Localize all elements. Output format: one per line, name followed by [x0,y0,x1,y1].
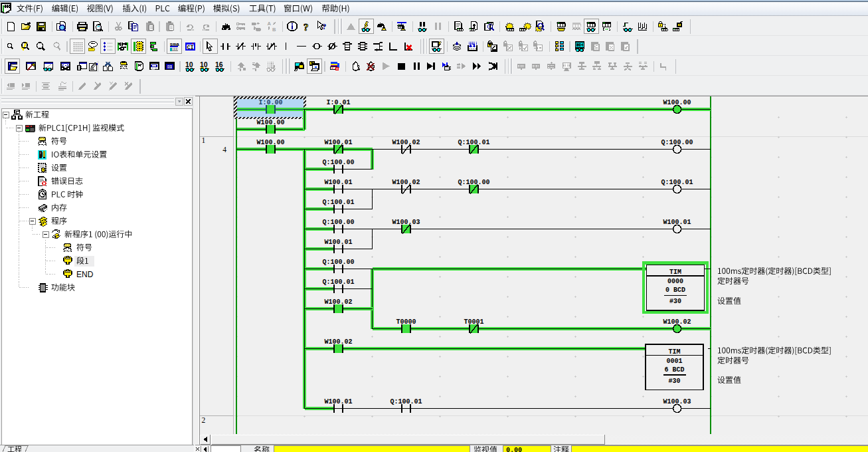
svg-text:#30: #30 [668,378,680,385]
svg-text:W100.03: W100.03 [392,219,420,226]
svg-text:0000: 0000 [667,278,683,285]
svg-text:0.00: 0.00 [506,447,522,452]
svg-text:Q:100.00: Q:100.00 [458,179,490,186]
svg-text:6 BCD: 6 BCD [664,366,684,374]
svg-text:W100.01: W100.01 [663,219,691,226]
svg-text:?: ? [304,22,309,33]
svg-text:W100.00: W100.00 [663,99,691,106]
svg-text:W100.01: W100.01 [325,139,353,146]
svg-text:W100.01: W100.01 [325,239,353,246]
svg-text:W100.01: W100.01 [325,398,353,405]
svg-text:?: ? [322,21,327,31]
svg-text:Q:100.00: Q:100.00 [323,259,355,266]
svg-text:10: 10 [185,60,193,68]
svg-text:10: 10 [200,60,208,68]
svg-text:CI: CI [187,45,194,51]
svg-text:0001: 0001 [666,358,682,365]
svg-text:Q:100.01: Q:100.01 [323,279,355,286]
svg-text:16: 16 [215,60,223,68]
svg-text:A: A [268,21,272,27]
svg-text:4: 4 [222,146,226,154]
svg-text:2: 2 [202,416,206,424]
svg-text:W100.02: W100.02 [392,179,420,186]
svg-text:B: B [272,27,276,33]
svg-text:W100.00: W100.00 [257,139,285,146]
svg-text:W100.02: W100.02 [663,318,691,326]
svg-text:W100.02: W100.02 [325,338,353,346]
svg-text:TIM: TIM [669,269,681,276]
svg-text:Q:100.01: Q:100.01 [661,179,693,186]
svg-text:Q:100.00: Q:100.00 [323,219,355,226]
svg-text:#30: #30 [669,298,681,305]
svg-text:I:0.00: I:0.00 [259,99,283,106]
svg-text:END: END [76,270,94,279]
svg-text:0 BCD: 0 BCD [665,286,685,294]
svg-text:W100.02: W100.02 [325,298,353,306]
svg-text:Q:100.01: Q:100.01 [458,139,490,146]
svg-text:1: 1 [202,136,206,144]
svg-text:TIM: TIM [668,348,680,356]
svg-text:I:0.01: I:0.01 [327,99,351,106]
svg-text:Q:100.01: Q:100.01 [323,199,355,206]
svg-text:Q:100.01: Q:100.01 [391,398,422,405]
svg-text:Q:100.00: Q:100.00 [323,159,355,166]
svg-text:T0001: T0001 [464,318,484,326]
svg-text:W100.01: W100.01 [325,179,353,186]
svg-text:W100.02: W100.02 [392,139,420,146]
svg-text:002: 002 [167,66,173,70]
svg-text:Q:100.00: Q:100.00 [661,139,693,146]
svg-text:T0000: T0000 [396,318,416,326]
svg-text:W100.03: W100.03 [663,398,691,405]
svg-text:W100.00: W100.00 [257,119,285,126]
